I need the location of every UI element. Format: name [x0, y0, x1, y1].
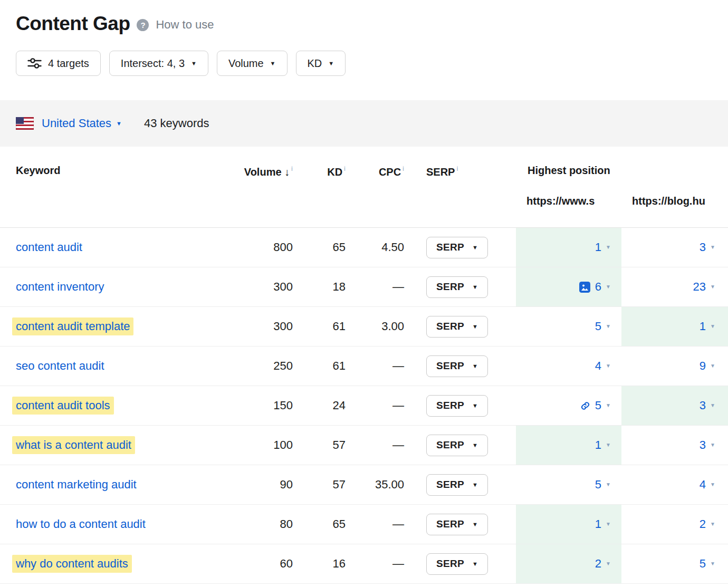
info-icon[interactable]: i: [344, 165, 346, 172]
position-cell-target1: 1 ▼: [516, 505, 621, 544]
position-link[interactable]: 1: [595, 240, 601, 254]
column-header-target1-url[interactable]: https://www.s: [516, 178, 621, 227]
serp-button[interactable]: SERP ▼: [426, 474, 488, 496]
chevron-down-icon[interactable]: ▼: [606, 522, 611, 527]
column-header-keyword[interactable]: Keyword: [0, 147, 227, 178]
chevron-down-icon[interactable]: ▼: [710, 324, 715, 329]
serp-button[interactable]: SERP ▼: [426, 514, 488, 535]
column-header-kd[interactable]: KDi: [294, 147, 347, 178]
position-link[interactable]: 6: [595, 280, 601, 294]
cpc-value: —: [347, 347, 405, 386]
chevron-down-icon[interactable]: ▼: [710, 561, 715, 566]
cpc-value: —: [347, 267, 405, 306]
chevron-down-icon[interactable]: ▼: [710, 403, 715, 408]
serp-button[interactable]: SERP ▼: [426, 395, 488, 417]
position-link[interactable]: 9: [700, 359, 706, 373]
keyword-link[interactable]: content inventory: [16, 280, 104, 294]
serp-button[interactable]: SERP ▼: [426, 355, 488, 377]
chevron-down-icon: ▼: [270, 61, 276, 66]
chevron-down-icon[interactable]: ▼: [710, 363, 715, 369]
chevron-down-icon[interactable]: ▼: [606, 363, 611, 369]
serp-button-label: SERP: [436, 360, 464, 372]
country-selector[interactable]: United States ▼: [42, 117, 122, 130]
keyword-link[interactable]: content marketing audit: [16, 478, 137, 492]
us-flag-icon: [16, 117, 34, 130]
keyword-link[interactable]: content audit: [16, 240, 82, 254]
serp-button-label: SERP: [436, 558, 464, 570]
serp-cell: SERP ▼: [405, 505, 516, 544]
cpc-value: —: [347, 386, 405, 425]
keyword-link[interactable]: how to do a content audit: [16, 517, 146, 531]
chevron-down-icon[interactable]: ▼: [710, 245, 715, 250]
help-icon[interactable]: ?: [137, 19, 149, 31]
position-link[interactable]: 1: [595, 438, 601, 452]
chevron-down-icon[interactable]: ▼: [606, 403, 611, 408]
kd-value: 65: [294, 505, 347, 544]
chevron-down-icon: ▼: [472, 363, 478, 369]
position-link[interactable]: 3: [700, 240, 706, 254]
chevron-down-icon[interactable]: ▼: [710, 522, 715, 527]
position-cell-target1: 6 ▼: [516, 267, 621, 306]
kd-value: 57: [294, 426, 347, 465]
chevron-down-icon[interactable]: ▼: [710, 442, 715, 448]
position-link[interactable]: 5: [595, 478, 601, 492]
column-header-cpc[interactable]: CPCi: [347, 147, 405, 178]
keyword-link[interactable]: seo content audit: [16, 359, 104, 373]
column-header-target2-url[interactable]: https://blog.hu: [621, 178, 728, 227]
volume-filter-dropdown[interactable]: Volume ▼: [217, 51, 288, 76]
chevron-down-icon[interactable]: ▼: [606, 284, 611, 290]
targets-button-label: 4 targets: [48, 57, 89, 70]
chevron-down-icon[interactable]: ▼: [710, 284, 715, 290]
info-icon[interactable]: i: [291, 165, 293, 172]
volume-value: 90: [227, 465, 294, 504]
serp-button[interactable]: SERP ▼: [426, 316, 488, 338]
serp-button[interactable]: SERP ▼: [426, 276, 488, 298]
serp-button-label: SERP: [436, 242, 464, 253]
chevron-down-icon[interactable]: ▼: [710, 482, 715, 487]
position-link[interactable]: 5: [595, 320, 601, 333]
serp-button[interactable]: SERP ▼: [426, 553, 488, 575]
position-cell-target2: 1 ▼: [621, 307, 728, 346]
serp-button[interactable]: SERP ▼: [426, 435, 488, 456]
table-row: content marketing audit 90 57 35.00 SERP…: [0, 465, 728, 505]
column-header-volume[interactable]: Volume ↓i: [227, 147, 294, 178]
kd-filter-dropdown[interactable]: KD ▼: [296, 51, 346, 76]
serp-cell: SERP ▼: [405, 544, 516, 583]
how-to-use-link[interactable]: How to use: [156, 18, 214, 32]
column-header-highest-position: Highest position: [516, 147, 728, 178]
keyword-link[interactable]: content audit template: [12, 317, 133, 335]
chevron-down-icon[interactable]: ▼: [606, 442, 611, 448]
position-link[interactable]: 5: [595, 399, 601, 412]
volume-value: 250: [227, 347, 294, 386]
column-header-serp[interactable]: SERPi: [405, 147, 516, 178]
table-row: content inventory 300 18 — SERP ▼ 6 ▼ 23…: [0, 267, 728, 307]
serp-button[interactable]: SERP ▼: [426, 237, 488, 258]
chevron-down-icon[interactable]: ▼: [606, 324, 611, 329]
position-link[interactable]: 2: [700, 517, 706, 531]
info-icon[interactable]: i: [403, 165, 404, 172]
position-link[interactable]: 23: [693, 280, 706, 294]
serp-cell: SERP ▼: [405, 426, 516, 465]
chevron-down-icon[interactable]: ▼: [606, 245, 611, 250]
position-link[interactable]: 3: [700, 399, 706, 412]
chevron-down-icon[interactable]: ▼: [606, 561, 611, 566]
chevron-down-icon: ▼: [328, 61, 334, 66]
position-link[interactable]: 4: [595, 359, 601, 373]
keyword-link[interactable]: content audit tools: [12, 397, 114, 415]
keyword-link[interactable]: why do content audits: [12, 555, 132, 573]
keyword-link[interactable]: what is a content audit: [12, 436, 135, 454]
position-link[interactable]: 4: [700, 478, 706, 492]
info-icon[interactable]: i: [456, 165, 458, 172]
targets-button[interactable]: 4 targets: [16, 51, 101, 76]
kd-value: 18: [294, 267, 347, 306]
chevron-down-icon: ▼: [472, 482, 478, 488]
position-link[interactable]: 2: [595, 557, 601, 571]
chevron-down-icon[interactable]: ▼: [606, 482, 611, 487]
serp-button-label: SERP: [436, 439, 464, 451]
position-link[interactable]: 1: [700, 320, 706, 333]
position-link[interactable]: 5: [700, 557, 706, 571]
position-link[interactable]: 1: [595, 517, 601, 531]
intersect-dropdown[interactable]: Intersect: 4, 3 ▼: [109, 51, 208, 76]
position-link[interactable]: 3: [700, 438, 706, 452]
serp-cell: SERP ▼: [405, 307, 516, 346]
